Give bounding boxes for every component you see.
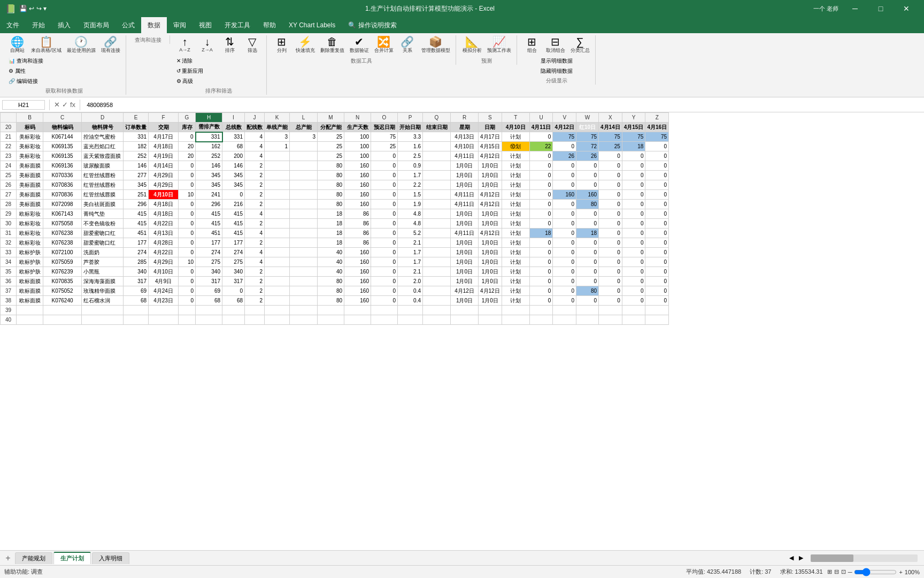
col-header-I[interactable]: I — [222, 113, 245, 123]
header-start-date[interactable]: 开始日期 — [398, 123, 423, 132]
header-total-cap[interactable]: 总产能 — [290, 123, 318, 132]
header-total-lines[interactable]: 总线数 — [222, 123, 245, 132]
confirm-formula-icon[interactable]: ✓ — [62, 101, 68, 109]
col-header-C[interactable]: C — [43, 113, 82, 123]
minimize-button[interactable]: ─ — [843, 0, 867, 17]
col-header-X[interactable]: X — [599, 113, 622, 123]
header-red10[interactable]: 红10日 — [576, 123, 599, 132]
btn-from-web[interactable]: 🌐 自网站 — [6, 35, 28, 55]
header-biaoma[interactable]: 标码 — [17, 123, 43, 132]
btn-consolidate[interactable]: 🔀 合并计算 — [372, 35, 396, 55]
zoom-out-btn[interactable]: ─ — [848, 569, 852, 575]
btn-filter[interactable]: ▽ 筛选 — [242, 35, 263, 55]
btn-clear[interactable]: ✕ 清除 — [174, 56, 263, 66]
tab-page-layout[interactable]: 页面布局 — [77, 17, 116, 33]
header-prod-days[interactable]: 生产天数 — [344, 123, 371, 132]
btn-flash-fill[interactable]: ⚡ 快速填充 — [294, 35, 317, 55]
header-date[interactable]: 日期 — [479, 123, 502, 132]
tab-view[interactable]: 视图 — [192, 17, 218, 33]
header-apr12[interactable]: 4月12日 — [553, 123, 576, 132]
btn-query-conn[interactable]: 📊 查询和连接 — [6, 56, 122, 66]
header-material-code[interactable]: 物料编码 — [43, 123, 82, 132]
tab-formula[interactable]: 公式 — [116, 17, 141, 33]
header-delay-date[interactable]: 预迟日期 — [371, 123, 398, 132]
btn-sort[interactable]: ⇅ 排序 — [219, 35, 241, 55]
header-delivery[interactable]: 交期 — [149, 123, 179, 132]
btn-subtotal[interactable]: ∑ 分类汇总 — [568, 35, 592, 55]
header-alloc-cap[interactable]: 分配产能 — [318, 123, 344, 132]
btn-reapply[interactable]: ↺ 重新应用 — [174, 66, 263, 76]
tab-developer[interactable]: 开发工具 — [218, 17, 257, 33]
tab-xy-chart[interactable]: XY Chart Labels — [282, 17, 342, 33]
header-single-cap[interactable]: 单线产能 — [265, 123, 290, 132]
btn-forecast-sheet[interactable]: 📈 预测工作表 — [485, 35, 513, 55]
header-order-qty[interactable]: 订单数量 — [124, 123, 149, 132]
col-header-O[interactable]: O — [371, 113, 398, 123]
header-apr14[interactable]: 4月14日 — [599, 123, 622, 132]
col-header-U[interactable]: U — [529, 113, 553, 123]
cancel-formula-icon[interactable]: ✕ — [54, 101, 60, 109]
insert-function-icon[interactable]: fx — [70, 101, 75, 109]
col-header-J[interactable]: J — [245, 113, 265, 123]
header-apr15[interactable]: 4月15日 — [622, 123, 645, 132]
col-header-G[interactable]: G — [179, 113, 196, 123]
col-header-W[interactable]: W — [576, 113, 599, 123]
btn-sort-asc[interactable]: ↑ A→Z — [174, 35, 196, 55]
col-header-D[interactable]: D — [82, 113, 124, 123]
btn-ungroup[interactable]: ⊟ 取消组合 — [544, 35, 567, 55]
btn-manage-model[interactable]: 📦 管理数据模型 — [419, 35, 452, 55]
tab-search[interactable]: 🔍 操作说明搜索 — [342, 17, 403, 33]
add-sheet-button[interactable]: + — [2, 552, 14, 564]
btn-advanced[interactable]: ⚙ 高级 — [174, 77, 263, 86]
col-header-S[interactable]: S — [479, 113, 502, 123]
btn-edit-links[interactable]: 🔗 编辑链接 — [6, 77, 122, 86]
col-header-P[interactable]: P — [398, 113, 423, 123]
tab-help[interactable]: 帮助 — [257, 17, 282, 33]
btn-group[interactable]: ⊞ 组合 — [521, 35, 543, 55]
view-normal-icon[interactable]: ⊞ — [827, 568, 832, 575]
header-assign-lines[interactable]: 配线数 — [245, 123, 265, 132]
header-end-date[interactable]: 结束日期 — [423, 123, 451, 132]
btn-recent-sources[interactable]: 🕐 最近使用的源 — [65, 35, 98, 55]
header-apr16[interactable]: 4月16日 — [645, 123, 669, 132]
col-header-K[interactable]: K — [265, 113, 290, 123]
header-apr11[interactable]: 4月11日 — [529, 123, 553, 132]
btn-data-validation[interactable]: ✔ 数据验证 — [348, 35, 371, 55]
zoom-in-btn[interactable]: + — [899, 569, 902, 575]
view-preview-icon[interactable]: ⊡ — [841, 568, 846, 575]
tab-data[interactable]: 数据 — [141, 17, 167, 33]
col-header-B[interactable]: B — [17, 113, 43, 123]
formula-input[interactable]: 48008958 — [84, 101, 922, 109]
view-page-icon[interactable]: ⊟ — [834, 568, 839, 575]
close-button[interactable]: ✕ — [894, 0, 919, 17]
sheet-tab-warehouse[interactable]: 入库明细 — [92, 552, 129, 564]
header-need-produce[interactable]: 需排产数 — [196, 123, 222, 132]
col-header-R[interactable]: R — [451, 113, 479, 123]
col-header-H[interactable]: H — [196, 113, 222, 123]
btn-hide-detail[interactable]: 隐藏明细数据 — [538, 66, 575, 76]
sheet-scroll-right[interactable]: ▶ — [797, 554, 805, 561]
tab-insert[interactable]: 插入 — [51, 17, 77, 33]
sheet-tab-production[interactable]: 生产计划 — [53, 552, 91, 564]
col-header-M[interactable]: M — [318, 113, 344, 123]
maximize-button[interactable]: □ — [868, 0, 893, 17]
tab-home[interactable]: 开始 — [26, 17, 51, 33]
sheet-scroll-left[interactable]: ◀ — [787, 554, 796, 561]
sheet-tab-capacity[interactable]: 产能规划 — [15, 552, 52, 564]
header-material-name[interactable]: 物料牌号 — [82, 123, 124, 132]
header-apr10[interactable]: 4月10日 — [502, 123, 529, 132]
col-header-L[interactable]: L — [290, 113, 318, 123]
tab-file[interactable]: 文件 — [0, 17, 26, 33]
btn-remove-dup[interactable]: 🗑 删除重复值 — [318, 35, 346, 55]
col-header-Q[interactable]: Q — [423, 113, 451, 123]
col-header-E[interactable]: E — [124, 113, 149, 123]
btn-from-table[interactable]: 📋 来自表格/区域 — [29, 35, 64, 55]
btn-sort-desc[interactable]: ↓ Z→A — [197, 35, 218, 55]
header-weekday[interactable]: 星期 — [451, 123, 479, 132]
name-box[interactable] — [2, 100, 45, 110]
btn-show-detail[interactable]: 显示明细数据 — [538, 56, 575, 66]
col-header-T[interactable]: T — [502, 113, 529, 123]
tab-review[interactable]: 审阅 — [167, 17, 192, 33]
col-header-Y[interactable]: Y — [622, 113, 645, 123]
col-header-V[interactable]: V — [553, 113, 576, 123]
